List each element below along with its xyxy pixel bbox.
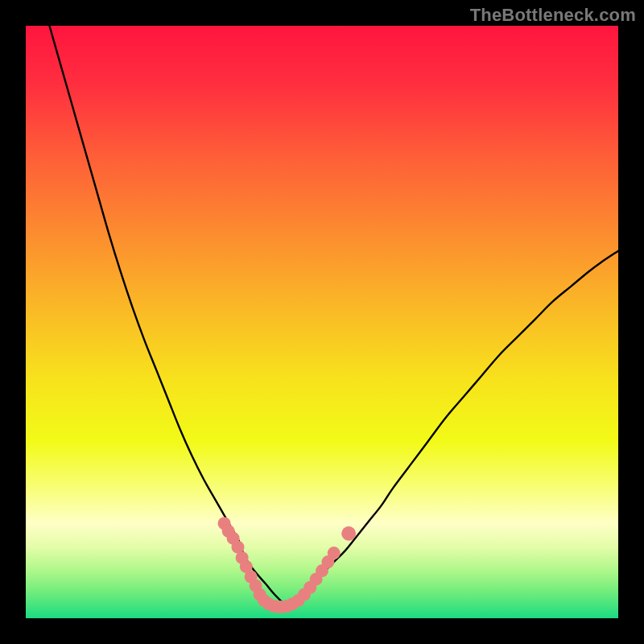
plot-area <box>26 26 618 618</box>
bottleneck-chart: TheBottleneck.com <box>0 0 644 644</box>
chart-svg <box>0 0 644 644</box>
data-marker <box>328 547 341 559</box>
data-marker <box>341 526 356 541</box>
watermark-text: TheBottleneck.com <box>470 5 636 26</box>
